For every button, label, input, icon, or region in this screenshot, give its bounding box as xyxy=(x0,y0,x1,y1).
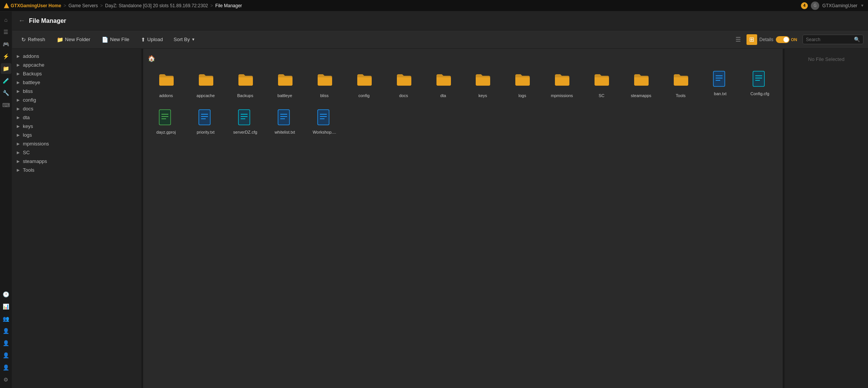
sidebar-clock-icon[interactable]: 🕐 xyxy=(1,289,11,300)
file-item-battleye[interactable]: battleye xyxy=(267,67,303,102)
sidebar-home-icon[interactable]: ⌂ xyxy=(1,14,11,25)
brand[interactable]: GTXGamingUser Home xyxy=(4,3,61,8)
sidebar-gamepad-icon[interactable]: 🎮 xyxy=(1,39,11,49)
tree-arrow-keys: ▶ xyxy=(17,124,21,128)
sidebar-menu-icon[interactable]: ☰ xyxy=(1,27,11,37)
details-toggle[interactable]: ON xyxy=(776,36,798,43)
sort-chevron-icon: ▼ xyxy=(191,37,195,42)
svg-rect-20 xyxy=(278,110,289,125)
tree-label-docs: docs xyxy=(23,106,33,112)
main-layout: ⌂ ☰ 🎮 ⚡ 📁 🧪 🔧 ⌨ 🕐 📊 👥 👤 👤 👤 👤 ⚙ ← File M… xyxy=(0,11,868,388)
tree-arrow-logs: ▶ xyxy=(17,133,21,137)
sidebar-chart-icon[interactable]: 📊 xyxy=(1,301,11,312)
tree-item-tools[interactable]: ▶ Tools xyxy=(12,166,141,174)
tree-arrow-addons: ▶ xyxy=(17,54,21,58)
sidebar-people-icon[interactable]: 👥 xyxy=(1,313,11,324)
new-file-button[interactable]: 📄 New File xyxy=(97,34,134,45)
tree-item-dta[interactable]: ▶ dta xyxy=(12,113,141,122)
file-name-docs: docs xyxy=(399,93,408,98)
file-item-dta[interactable]: dta xyxy=(425,67,462,102)
sidebar-user1-icon[interactable]: 👤 xyxy=(1,326,11,336)
search-input[interactable] xyxy=(806,37,852,42)
refresh-button[interactable]: ↻ Refresh xyxy=(17,34,50,45)
file-item-steamapps[interactable]: steamapps xyxy=(623,67,659,102)
no-file-label: No File Selected xyxy=(808,56,844,62)
file-name-ban-txt: ban.txt xyxy=(714,91,727,96)
upload-button[interactable]: ⬆ Upload xyxy=(136,34,168,45)
file-item-priority-txt[interactable]: priority.txt xyxy=(187,105,224,139)
sidebar-file-icon[interactable]: 📁 xyxy=(1,63,11,74)
tree-item-steamapps[interactable]: ▶ steamapps xyxy=(12,157,141,166)
tree-arrow-dta: ▶ xyxy=(17,115,21,120)
file-item-config[interactable]: config xyxy=(346,67,382,102)
folder-icon-sc xyxy=(593,70,610,91)
file-name-config-cfg: Config.cfg xyxy=(750,91,769,96)
folder-icon-config xyxy=(356,70,372,91)
file-item-bliss[interactable]: bliss xyxy=(306,67,343,102)
folder-icon-steamapps xyxy=(633,70,649,91)
file-item-docs[interactable]: docs xyxy=(385,67,422,102)
sidebar-lab-icon[interactable]: 🧪 xyxy=(1,75,11,86)
tree-item-docs[interactable]: ▶ docs xyxy=(12,104,141,113)
file-item-whitelist-txt[interactable]: whitelist.txt xyxy=(267,105,303,139)
search-icon[interactable]: 🔍 xyxy=(854,37,860,42)
tree-item-mpmissions[interactable]: ▶ mpmissions xyxy=(12,139,141,148)
file-item-addons[interactable]: addons xyxy=(148,67,184,102)
sep2: > xyxy=(100,3,103,8)
file-item-serverdz-cfg[interactable]: serverDZ.cfg xyxy=(227,105,264,139)
file-item-backups[interactable]: Backups xyxy=(227,67,264,102)
list-view-button[interactable]: ☰ xyxy=(733,34,743,45)
avatar[interactable]: G xyxy=(811,2,819,10)
sidebar-settings-icon[interactable]: ⚙ xyxy=(1,374,11,385)
file-item-appcache[interactable]: appcache xyxy=(187,67,224,102)
tree-item-logs[interactable]: ▶ logs xyxy=(12,131,141,139)
toggle-track[interactable] xyxy=(776,36,790,43)
sidebar-terminal-icon[interactable]: ⌨ xyxy=(1,100,11,110)
file-grid: addons appcache Backups xyxy=(148,67,778,139)
tree-label-appcache: appcache xyxy=(23,62,44,68)
file-item-logs[interactable]: logs xyxy=(504,67,540,102)
home-breadcrumb-icon[interactable]: 🏠 xyxy=(148,55,155,62)
file-name-tools: Tools xyxy=(676,93,686,98)
file-name-mpmissions: mpmissions xyxy=(551,93,573,98)
tree-item-config[interactable]: ▶ config xyxy=(12,96,141,104)
new-folder-button[interactable]: 📁 New Folder xyxy=(52,34,95,45)
chevron-down-icon[interactable]: ▼ xyxy=(860,3,864,8)
tree-item-sc[interactable]: ▶ SC xyxy=(12,148,141,157)
grid-view-button[interactable]: ⊞ xyxy=(747,34,757,45)
sidebar-user4-icon[interactable]: 👤 xyxy=(1,362,11,373)
file-name-serverdz-cfg: serverDZ.cfg xyxy=(233,129,257,135)
file-item-dayz-gproj[interactable]: dayz.gproj xyxy=(148,105,184,139)
sort-button[interactable]: Sort By ▼ xyxy=(170,34,199,45)
avatar-initials: G xyxy=(814,3,817,8)
back-icon[interactable]: ← xyxy=(18,17,25,25)
folder-icon-bliss xyxy=(316,70,333,91)
tree-item-keys[interactable]: ▶ keys xyxy=(12,122,141,131)
sidebar-wrench-icon[interactable]: 🔧 xyxy=(1,88,11,98)
file-item-workshop[interactable]: Workshop.... xyxy=(306,105,343,139)
file-item-mpmissions[interactable]: mpmissions xyxy=(543,67,580,102)
tree-item-addons[interactable]: ▶ addons xyxy=(12,52,141,61)
tree-item-appcache[interactable]: ▶ appcache xyxy=(12,61,141,69)
tree-label-sc: SC xyxy=(23,150,30,155)
notification-badge[interactable]: 4 xyxy=(801,2,808,9)
breadcrumb-server[interactable]: DayZ: Standalone [G3] 20 slots 51.89.169… xyxy=(105,3,208,8)
sidebar-user2-icon[interactable]: 👤 xyxy=(1,338,11,348)
svg-rect-0 xyxy=(713,71,725,86)
file-item-ban-txt[interactable]: ban.txt xyxy=(702,67,739,102)
file-name-steamapps: steamapps xyxy=(631,93,651,98)
file-item-config-cfg[interactable]: Config.cfg xyxy=(742,67,778,102)
tree-label-backups: Backups xyxy=(23,71,42,77)
breadcrumb-game-servers[interactable]: Game Servers xyxy=(69,3,98,8)
file-item-sc[interactable]: SC xyxy=(583,67,620,102)
file-item-tools[interactable]: Tools xyxy=(662,67,699,102)
txt-file-icon-workshop xyxy=(317,109,332,127)
sidebar-user3-icon[interactable]: 👤 xyxy=(1,350,11,361)
tree-item-battleye[interactable]: ▶ battleye xyxy=(12,78,141,87)
tree-label-addons: addons xyxy=(23,53,39,59)
brand-label[interactable]: GTXGamingUser Home xyxy=(11,3,61,8)
tree-item-backups[interactable]: ▶ Backups xyxy=(12,69,141,78)
file-item-keys[interactable]: keys xyxy=(465,67,501,102)
sidebar-bolt-icon[interactable]: ⚡ xyxy=(1,51,11,62)
tree-item-bliss[interactable]: ▶ bliss xyxy=(12,87,141,96)
